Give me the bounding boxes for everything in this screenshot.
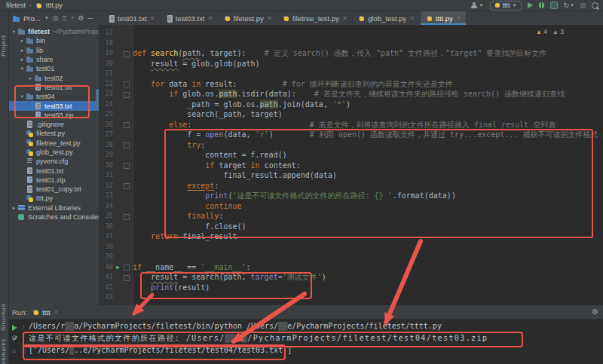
- tree-item-share[interactable]: ▸share: [8, 55, 99, 64]
- code-line-39[interactable]: 39: [99, 252, 603, 262]
- locate-file-icon[interactable]: ◎: [53, 14, 59, 22]
- tab-test01.txt[interactable]: test01.txt×: [103, 11, 161, 25]
- debug-button[interactable]: [539, 2, 544, 8]
- tree-item-test01[interactable]: ▾test01: [8, 64, 99, 73]
- code-line-19[interactable]: 19def search(path, target): # 定义 search(…: [99, 48, 603, 59]
- code-line-29[interactable]: 29 content = f.read(): [99, 150, 603, 161]
- tree-toggle-icon[interactable]: ▸: [19, 47, 26, 54]
- gear-icon[interactable]: ⚙: [78, 14, 84, 22]
- fold-icon[interactable]: [124, 275, 130, 281]
- tree-item-bin[interactable]: ▸bin: [8, 36, 99, 45]
- code-line-26[interactable]: 26 else: # 若是文件，则将该查询到的文件所在路径插入 final_re…: [99, 120, 603, 130]
- tree-item-test01.zip[interactable]: test01.zip: [8, 176, 99, 185]
- tree-toggle-icon[interactable]: ▸: [19, 38, 26, 44]
- up-arrow-button[interactable]: ↑: [22, 323, 26, 331]
- close-icon[interactable]: ×: [343, 14, 347, 22]
- search-everywhere-button[interactable]: [592, 2, 598, 9]
- soft-wrap-icon[interactable]: ≡: [12, 347, 16, 355]
- close-icon[interactable]: ×: [268, 14, 271, 22]
- tree-item-External Libraries[interactable]: ▸External Libraries: [8, 203, 99, 213]
- breadcrumb-file[interactable]: tttt.py: [46, 2, 63, 9]
- fold-icon[interactable]: [124, 183, 130, 189]
- tree-item-test03.txt[interactable]: test03.txt: [8, 101, 99, 110]
- run-gutter-icon[interactable]: ▶: [116, 262, 120, 273]
- code-line-23[interactable]: 23 if glob.os.path.isdir(data): # 若是文件夹，…: [99, 89, 603, 99]
- code-line-24[interactable]: 24 _path = glob.os.path.join(data, '*'): [99, 99, 603, 110]
- tree-item-filetest.py[interactable]: filetest.py: [8, 129, 99, 138]
- tab-test03.txt[interactable]: test03.txt×: [161, 11, 219, 25]
- tab-filetree_test.py[interactable]: filetree_test.py×: [277, 11, 353, 25]
- close-icon[interactable]: ×: [410, 14, 414, 22]
- code-line-37[interactable]: 37 return final_result: [99, 231, 603, 242]
- hide-panel-icon[interactable]: ─: [87, 14, 92, 22]
- code-line-38[interactable]: 38: [99, 242, 603, 252]
- fold-icon[interactable]: [124, 51, 130, 57]
- run-button[interactable]: [528, 2, 533, 8]
- tool-stripe-bookmarks[interactable]: Bookmarks: [0, 337, 8, 364]
- code-line-36[interactable]: 36 f.close(): [99, 222, 603, 232]
- tool-stripe-structure[interactable]: Structure: [0, 299, 8, 335]
- fold-icon[interactable]: [124, 163, 130, 169]
- run-configuration-select[interactable]: tttt ▼: [490, 1, 522, 11]
- breadcrumb-project[interactable]: filetest: [6, 2, 26, 9]
- close-icon[interactable]: ×: [54, 308, 58, 316]
- code-line-34[interactable]: 34 continue: [99, 201, 603, 212]
- close-icon[interactable]: ×: [457, 14, 461, 22]
- code-line-41[interactable]: 41 result = search(path, target='测试文件'): [99, 272, 603, 283]
- fold-icon[interactable]: [124, 122, 130, 128]
- code-line-25[interactable]: 25 search(_path, target): [99, 109, 603, 120]
- tree-toggle-icon[interactable]: ▸: [27, 75, 34, 81]
- coverage-button[interactable]: [550, 2, 558, 9]
- code-line-42[interactable]: 42 print(result): [99, 283, 603, 293]
- tab-tttt.py[interactable]: tttt.py×: [421, 11, 467, 25]
- collapse-all-icon[interactable]: ÷: [70, 14, 74, 22]
- tree-toggle-icon[interactable]: ▸: [11, 205, 17, 211]
- code-line-30[interactable]: 30 if target in content:: [99, 161, 603, 171]
- tree-item-filetree_test.py[interactable]: filetree_test.py: [8, 139, 99, 148]
- tree-item-test01.txt[interactable]: test01.txt: [8, 166, 99, 175]
- down-arrow-button[interactable]: ↓: [22, 335, 26, 342]
- code-line-43[interactable]: 43: [99, 292, 603, 303]
- clear-console-icon[interactable]: ▯: [22, 347, 26, 355]
- fold-icon[interactable]: [124, 265, 130, 271]
- fold-icon[interactable]: [124, 81, 130, 87]
- tree-item-test04[interactable]: ▾test04: [8, 92, 99, 101]
- tree-toggle-icon[interactable]: ▾: [19, 66, 26, 72]
- tab-glob_test.py[interactable]: glob_test.py×: [353, 11, 421, 25]
- fold-icon[interactable]: [124, 142, 130, 148]
- tree-item-test02[interactable]: ▸test02: [8, 73, 99, 82]
- close-icon[interactable]: ×: [208, 14, 212, 22]
- tree-item-pyvenv.cfg[interactable]: pyvenv.cfg: [8, 157, 99, 166]
- code-editor[interactable]: 171819def search(path, target): # 定义 sea…: [99, 25, 603, 305]
- run-tab[interactable]: tttt ×: [32, 308, 58, 317]
- code-line-28[interactable]: 28 try:: [99, 140, 603, 151]
- tree-item-tttt.py[interactable]: tttt.py: [8, 194, 99, 203]
- gear-icon[interactable]: ⚙: [592, 307, 598, 316]
- code-line-33[interactable]: 33 print('这是不可读文件格式的文件的所在路径: {} '.format…: [99, 191, 603, 201]
- fold-icon[interactable]: [124, 214, 130, 220]
- tree-toggle-icon[interactable]: ▾: [11, 29, 17, 35]
- fold-icon[interactable]: [124, 92, 130, 98]
- tree-toggle-icon[interactable]: ▸: [19, 57, 26, 63]
- tree-item-Scratches and Consoles[interactable]: Scratches and Consoles: [8, 213, 99, 222]
- tree-item-test01.txt[interactable]: test01.txt: [8, 83, 99, 92]
- inspections-widget[interactable]: ▲ 4 ▲ 3: [536, 28, 564, 35]
- code-line-22[interactable]: 22 for data in result: # for 循环判断递归查到的内容…: [99, 79, 603, 90]
- tree-item-lib[interactable]: ▸lib: [8, 46, 99, 55]
- tree-item-test03.zip[interactable]: test03.zip: [8, 111, 99, 120]
- code-line-18[interactable]: 18: [99, 38, 603, 49]
- project-panel-title[interactable]: Pro...: [23, 14, 41, 23]
- code-line-17[interactable]: 17: [99, 28, 603, 38]
- rerun-button[interactable]: [12, 325, 17, 331]
- code-line-21[interactable]: 21: [99, 69, 603, 79]
- tree-item-test01_copy.txt[interactable]: test01_copy.txt: [8, 185, 99, 194]
- profiler-button[interactable]: ↻▼: [564, 2, 575, 8]
- tree-item-.gitignore[interactable]: .gitignore: [8, 120, 99, 129]
- tool-stripe-project[interactable]: Project: [0, 26, 8, 66]
- tree-toggle-icon[interactable]: ▾: [19, 93, 26, 99]
- code-line-20[interactable]: 20 result = glob.glob(path): [99, 59, 603, 69]
- close-icon[interactable]: ×: [151, 14, 155, 22]
- code-line-27[interactable]: 27 f = open(data, 'r') # 利用 open() 函数读取文…: [99, 130, 603, 140]
- code-line-40[interactable]: 40▶if __name__ == '__main__':: [99, 262, 603, 273]
- code-line-31[interactable]: 31 final_result.append(data): [99, 170, 603, 181]
